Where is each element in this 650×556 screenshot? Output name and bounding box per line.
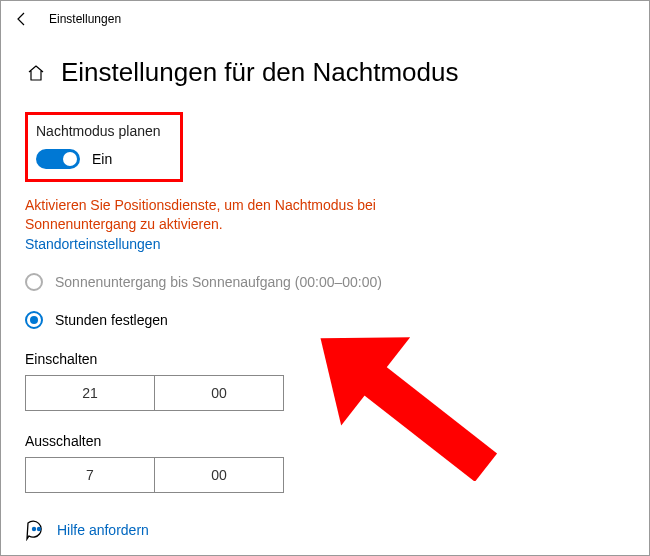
option-sunset: Sonnenuntergang bis Sonnenaufgang (00:00… — [25, 273, 625, 291]
option-sunset-label: Sonnenuntergang bis Sonnenaufgang (00:00… — [55, 274, 382, 290]
heading-row: Einstellungen für den Nachtmodus — [25, 57, 625, 88]
content-area: Einstellungen für den Nachtmodus Nachtmo… — [1, 57, 649, 493]
page-title: Einstellungen für den Nachtmodus — [61, 57, 458, 88]
help-link[interactable]: Hilfe anfordern — [57, 522, 149, 538]
back-icon[interactable] — [9, 6, 35, 32]
turn-off-label: Ausschalten — [25, 433, 625, 449]
radio-set-hours[interactable] — [25, 311, 43, 329]
turn-on-hour[interactable]: 21 — [25, 375, 154, 411]
settings-window: Einstellungen Einstellungen für den Nach… — [0, 0, 650, 556]
schedule-toggle[interactable] — [36, 149, 80, 169]
svg-point-0 — [32, 527, 36, 531]
schedule-toggle-state: Ein — [92, 151, 112, 167]
svg-point-1 — [37, 527, 41, 531]
turn-on-minute[interactable]: 00 — [154, 375, 284, 411]
titlebar: Einstellungen — [1, 1, 649, 37]
schedule-label: Nachtmodus planen — [36, 123, 172, 139]
window-title: Einstellungen — [49, 12, 121, 26]
location-warning: Aktivieren Sie Positionsdienste, um den … — [25, 196, 405, 234]
option-set-hours-label: Stunden festlegen — [55, 312, 168, 328]
option-set-hours[interactable]: Stunden festlegen — [25, 311, 625, 329]
help-row: Hilfe anfordern — [25, 519, 149, 541]
schedule-highlight: Nachtmodus planen Ein — [25, 112, 183, 182]
help-icon — [25, 519, 47, 541]
turn-on-picker[interactable]: 21 00 — [25, 375, 625, 411]
turn-on-label: Einschalten — [25, 351, 625, 367]
turn-off-hour[interactable]: 7 — [25, 457, 154, 493]
turn-off-minute[interactable]: 00 — [154, 457, 284, 493]
schedule-toggle-row: Ein — [36, 149, 172, 169]
radio-sunset — [25, 273, 43, 291]
location-settings-link[interactable]: Standorteinstellungen — [25, 236, 160, 252]
home-icon[interactable] — [25, 62, 47, 84]
turn-off-picker[interactable]: 7 00 — [25, 457, 625, 493]
